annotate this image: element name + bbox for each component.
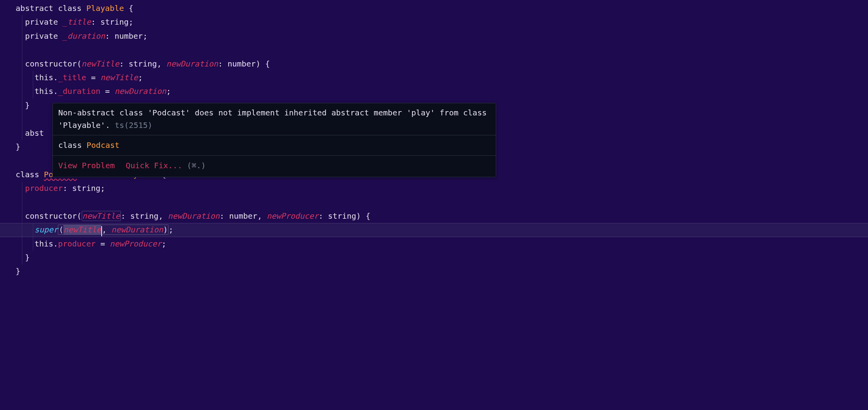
code-line[interactable]: }	[0, 264, 868, 278]
type-number: number	[115, 31, 143, 41]
code-line-active[interactable]: super(newTitle, newDuration);	[0, 223, 868, 237]
code-line[interactable]: private _title: string;	[0, 15, 868, 29]
ref-newproducer: newProducer	[110, 239, 161, 248]
ref-newtitle-selected: newTitle	[63, 225, 101, 234]
code-line[interactable]: this._title = newTitle;	[0, 71, 868, 85]
param-newduration: newDuration	[166, 59, 218, 68]
keyword-abstract-partial: abst	[25, 128, 44, 138]
code-line[interactable]: abstract class Playable {	[0, 2, 868, 15]
ref-newtitle: newTitle	[100, 73, 138, 82]
field-duration: _duration	[63, 31, 105, 41]
brace-open: {	[129, 4, 133, 13]
hover-error-code: ts(2515)	[115, 120, 152, 130]
keyword-class: class	[58, 4, 81, 13]
keyword-abstract: abstract	[16, 4, 53, 13]
text-cursor	[101, 226, 102, 236]
classname-playable: Playable	[86, 4, 124, 13]
ref-newduration: newDuration	[115, 86, 166, 96]
view-problem-link[interactable]: View Problem	[58, 161, 115, 170]
param-newtitle: newTitle	[82, 59, 119, 68]
hover-actions-section: View ProblemQuick Fix... (⌘.)	[53, 156, 496, 176]
type-string: string	[100, 17, 129, 27]
code-line[interactable]	[0, 43, 868, 57]
code-line[interactable]: constructor(newTitle: string, newDuratio…	[0, 209, 868, 223]
quick-fix-link[interactable]: Quick Fix... (⌘.)	[126, 161, 206, 170]
hover-message-section: Non-abstract class 'Podcast' does not im…	[53, 103, 496, 135]
hover-signature-section: class Podcast	[53, 135, 496, 155]
code-line[interactable]: }	[0, 251, 868, 264]
member-title: _title	[58, 73, 86, 82]
error-hover-tooltip[interactable]: Non-abstract class 'Podcast' does not im…	[52, 103, 496, 177]
keyword-private: private	[25, 31, 58, 41]
hover-sig-classname: Podcast	[86, 140, 119, 150]
param-newtitle-boxed: newTitle	[82, 211, 121, 221]
this-keyword: this	[34, 73, 53, 82]
field-title: _title	[63, 17, 91, 27]
code-line[interactable]: private _duration: number;	[0, 29, 868, 43]
keyword-private: private	[25, 17, 58, 27]
code-line[interactable]: producer: string;	[0, 182, 868, 195]
super-keyword: super	[34, 225, 58, 234]
hover-sig-class-kw: class	[58, 140, 82, 150]
field-producer: producer	[25, 183, 63, 193]
member-producer: producer	[58, 239, 95, 248]
param-newproducer: newProducer	[267, 211, 318, 221]
code-line[interactable]: this.producer = newProducer;	[0, 237, 868, 251]
code-line[interactable]	[0, 195, 868, 209]
code-editor[interactable]: abstract class Playable { private _title…	[0, 2, 868, 279]
quick-fix-shortcut: (⌘.)	[187, 161, 206, 170]
code-line[interactable]: constructor(newTitle: string, newDuratio…	[0, 57, 868, 71]
member-duration: _duration	[58, 86, 100, 96]
keyword-constructor: constructor	[25, 59, 77, 68]
code-line[interactable]: this._duration = newDuration;	[0, 85, 868, 98]
